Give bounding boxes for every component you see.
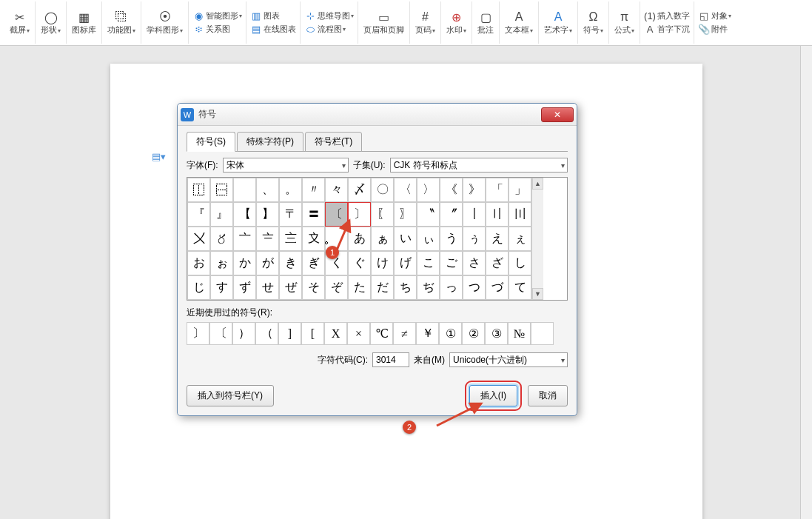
symbol-cell[interactable]: い — [394, 227, 417, 251]
symbol-cell[interactable]: 。 — [279, 178, 302, 202]
symbol-cell[interactable]: つ — [463, 275, 486, 300]
symbol-cell[interactable] — [233, 178, 256, 202]
symbol-button[interactable]: Ω符号▾ — [580, 9, 606, 36]
symbol-cell[interactable]: っ — [440, 275, 463, 300]
symbol-cell[interactable]: 〡 — [463, 202, 486, 227]
grid-scrollbar[interactable]: ▲ ▼ — [531, 178, 543, 300]
symbol-cell[interactable]: 〦 — [233, 227, 256, 251]
symbol-cell[interactable]: 」 — [509, 178, 531, 202]
symbol-cell[interactable]: 〃 — [302, 178, 325, 202]
symbol-cell[interactable]: 〗 — [394, 202, 417, 227]
recent-symbol-cell[interactable]: × — [347, 322, 370, 345]
scroll-down[interactable]: ▼ — [532, 288, 543, 300]
onlinechart-button[interactable]: ▤在线图表 — [249, 23, 298, 36]
symbol-cell[interactable]: か — [233, 251, 256, 275]
symbol-cell[interactable]: 】 — [256, 202, 279, 227]
symbol-cell[interactable]: 〆 — [348, 178, 371, 202]
symbol-cell[interactable]: 〞 — [440, 202, 463, 227]
symbol-cell[interactable]: 、 — [256, 178, 279, 202]
symbol-cell[interactable]: ぞ — [325, 275, 348, 300]
close-button[interactable]: ✕ — [541, 107, 574, 122]
symbol-cell[interactable]: さ — [463, 251, 486, 275]
recent-symbol-cell[interactable] — [531, 322, 554, 345]
symbol-cell[interactable]: 〥 — [210, 227, 233, 251]
symbol-cell[interactable]: 』 — [210, 202, 233, 227]
symbol-cell[interactable]: せ — [256, 275, 279, 300]
symbol-cell[interactable]: ぢ — [417, 275, 440, 300]
symbol-cell[interactable]: し — [509, 251, 531, 275]
insnum-button[interactable]: (1)插入数字 — [642, 10, 691, 23]
symbol-cell[interactable]: 〈 — [394, 178, 417, 202]
smartart-button[interactable]: ◉智能图形▾ — [191, 10, 244, 23]
symbol-cell[interactable]: た — [348, 275, 371, 300]
recent-symbol-cell[interactable]: ① — [439, 322, 462, 345]
symbol-cell[interactable]: ぜ — [279, 275, 302, 300]
symbol-cell[interactable]: ざ — [486, 251, 509, 275]
from-combo[interactable]: Unicode(十六进制) — [449, 352, 568, 367]
subset-combo[interactable]: CJK 符号和标点 — [390, 158, 568, 173]
symbol-cell[interactable]: ぉ — [210, 251, 233, 275]
tab-bar[interactable]: 符号栏(T) — [305, 132, 362, 152]
symbol-cell[interactable]: ⿱ — [210, 178, 233, 202]
symbol-cell[interactable]: 『 — [187, 202, 210, 227]
symbol-cell[interactable]: げ — [394, 251, 417, 275]
symbol-cell[interactable]: 〧 — [256, 227, 279, 251]
symbol-cell[interactable]: ぃ — [417, 227, 440, 251]
symbol-cell[interactable]: 【 — [233, 202, 256, 227]
recent-symbol-cell[interactable]: ] — [278, 322, 301, 345]
symbol-cell[interactable]: す — [210, 275, 233, 300]
cancel-button[interactable]: 取消 — [528, 385, 568, 406]
relation-button[interactable]: ፨关系图 — [191, 23, 244, 36]
wordart-button[interactable]: A艺术字▾ — [541, 9, 575, 36]
symbol-cell[interactable]: 〤 — [187, 227, 210, 251]
symbol-cell[interactable]: 〨 — [279, 227, 302, 251]
watermark-button[interactable]: ⊕水印▾ — [443, 9, 469, 36]
symbol-cell[interactable]: ぁ — [371, 227, 394, 251]
dialog-titlebar[interactable]: W 符号 ✕ — [178, 104, 577, 126]
vertical-scrollbar[interactable] — [800, 46, 812, 519]
dropcap-button[interactable]: A首字下沉 — [642, 23, 691, 36]
symbol-cell[interactable]: 〢 — [486, 202, 509, 227]
screenshot-button[interactable]: ✂截屏▾ — [7, 9, 33, 36]
scroll-up[interactable]: ▲ — [532, 178, 543, 190]
symbol-cell[interactable]: う — [440, 227, 463, 251]
flowchart-button[interactable]: ⬭流程图▾ — [303, 23, 355, 36]
recent-symbol-cell[interactable]: ￥ — [416, 322, 439, 345]
symbol-cell[interactable]: ぅ — [463, 227, 486, 251]
tab-symbols[interactable]: 符号(S) — [187, 132, 235, 152]
recent-symbol-cell[interactable]: （ — [255, 322, 278, 345]
mindmap-button[interactable]: ⊹思维导图▾ — [303, 10, 355, 23]
symbol-cell[interactable]: て — [509, 275, 531, 300]
pagenum-button[interactable]: #页码▾ — [412, 9, 438, 36]
recent-symbol-cell[interactable]: ③ — [485, 322, 508, 345]
symbol-cell[interactable]: こ — [417, 251, 440, 275]
headerfooter-button[interactable]: ▭页眉和页脚 — [360, 9, 407, 36]
symbol-cell[interactable]: 々 — [325, 178, 348, 202]
subjimg-button[interactable]: ⦿学科图形▾ — [144, 9, 186, 36]
symbol-cell[interactable]: 〉 — [417, 178, 440, 202]
font-combo[interactable]: 宋体 — [223, 158, 349, 173]
symbol-cell[interactable]: ご — [440, 251, 463, 275]
symbol-cell[interactable]: お — [187, 251, 210, 275]
symbol-cell[interactable]: 〝 — [417, 202, 440, 227]
symbol-cell[interactable]: 〒 — [279, 202, 302, 227]
recent-symbol-cell[interactable]: № — [508, 322, 531, 345]
recent-symbol-cell[interactable]: [ — [301, 322, 324, 345]
symbol-cell[interactable]: ち — [394, 275, 417, 300]
symbol-cell[interactable]: だ — [371, 275, 394, 300]
symbol-cell[interactable]: き — [279, 251, 302, 275]
symbol-cell[interactable]: そ — [302, 275, 325, 300]
symbol-cell[interactable]: 〣 — [509, 202, 531, 227]
textbox-button[interactable]: A文本框▾ — [502, 9, 536, 36]
recent-symbol-cell[interactable]: ） — [232, 322, 255, 345]
shape-button[interactable]: ◯形状▾ — [38, 9, 64, 36]
symbol-cell[interactable]: ず — [233, 275, 256, 300]
symbol-cell[interactable]: 「 — [486, 178, 509, 202]
charcode-input[interactable] — [372, 352, 409, 367]
symbol-cell[interactable]: ⿰ — [187, 178, 210, 202]
recent-symbol-cell[interactable]: ② — [462, 322, 485, 345]
symbol-cell[interactable]: づ — [486, 275, 509, 300]
equation-button[interactable]: π公式▾ — [611, 9, 637, 36]
attach-button[interactable]: 📎附件 — [697, 23, 733, 36]
symbol-cell[interactable]: 》 — [463, 178, 486, 202]
